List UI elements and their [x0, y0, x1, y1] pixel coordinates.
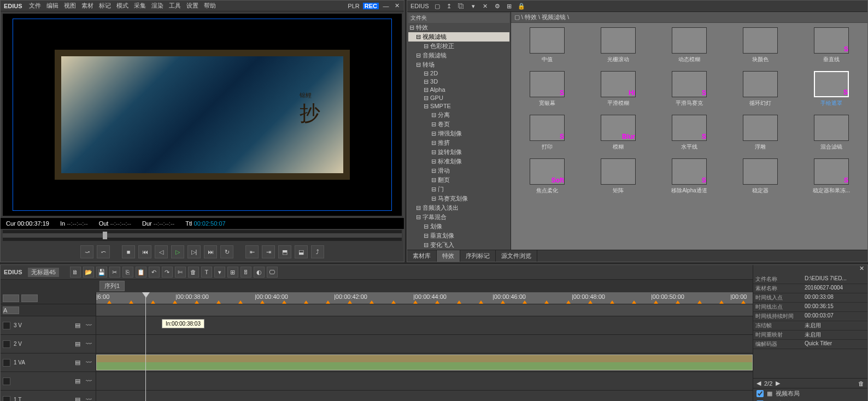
layout-button[interactable]: ⊞: [227, 267, 238, 278]
loop-button[interactable]: ↻: [220, 245, 233, 258]
close-icon[interactable]: ✕: [393, 2, 401, 10]
track-wave-icon[interactable]: 〰: [86, 378, 93, 385]
monitor-button[interactable]: 🖵: [267, 267, 278, 278]
applied-effect-row[interactable]: ▦手绘遮罩: [753, 399, 867, 401]
tree-icon[interactable]: ⿻: [458, 2, 465, 10]
menu-item[interactable]: 采集: [134, 2, 146, 10]
effect-item[interactable]: 浮雕: [729, 115, 792, 151]
set-out-button[interactable]: ⤺: [97, 245, 110, 258]
a-mode-chip[interactable]: [21, 294, 38, 302]
tree-node[interactable]: ⊟ 分离: [408, 110, 509, 120]
effect-item[interactable]: 光栅滚动: [587, 27, 650, 63]
track-lock-icon[interactable]: ▤: [75, 396, 83, 402]
effect-item[interactable]: S手绘遮罩: [800, 71, 863, 107]
sequence-tab[interactable]: 序列1: [99, 281, 125, 291]
tree-node[interactable]: ⊟ 转场: [408, 60, 509, 69]
color-button[interactable]: ◐: [254, 267, 265, 278]
track-header[interactable]: 1 VA▤〰: [1, 353, 96, 372]
new-button[interactable]: 🗎: [70, 267, 81, 278]
tree-node[interactable]: ⊟ 滑动: [408, 166, 509, 175]
menu-item[interactable]: 渲染: [151, 2, 163, 10]
title-button[interactable]: T: [201, 267, 212, 278]
effects-tab[interactable]: 序列标记: [460, 250, 496, 262]
track-lock-icon[interactable]: ▤: [75, 322, 83, 329]
track-header[interactable]: 3 V▤〰: [1, 316, 96, 335]
preview-area[interactable]: 锦鲤 抄: [3, 14, 402, 216]
track-lock-icon[interactable]: ▤: [75, 378, 83, 385]
play-button[interactable]: ▷: [171, 245, 184, 258]
tree-node[interactable]: ⊟ 音频淡入淡出: [408, 203, 509, 213]
track-wave-icon[interactable]: 〰: [86, 396, 93, 402]
paste-button[interactable]: 📋: [136, 267, 146, 278]
undo-button[interactable]: ↶: [149, 267, 160, 278]
settings-icon[interactable]: ⚙: [494, 2, 501, 10]
tree-node[interactable]: ⊟ 色彩校正: [408, 42, 509, 51]
track-wave-icon[interactable]: 〰: [86, 340, 93, 348]
tree-node[interactable]: ⊟ 3D: [408, 78, 509, 86]
effect-item[interactable]: 动态模糊: [658, 27, 721, 63]
next-frame-button[interactable]: ▷|: [187, 245, 201, 258]
effects-tab[interactable]: 特效: [437, 250, 460, 262]
effects-tree[interactable]: 文件夹 ⊟ 特效⊟ 视频滤镜⊟ 色彩校正⊟ 音频滤镜⊟ 转场⊟ 2D⊟ 3D⊟ …: [407, 12, 511, 250]
open-button[interactable]: 📂: [83, 267, 94, 278]
track-header[interactable]: 2 V▤〰: [1, 335, 96, 353]
tree-node[interactable]: ⊟ 垂直划像: [408, 231, 509, 240]
overwrite-button[interactable]: ⬓: [295, 245, 308, 258]
arrow-icon[interactable]: ▾: [470, 2, 477, 10]
tree-node[interactable]: ⊟ 2D: [408, 69, 509, 78]
view-icon[interactable]: ⊞: [506, 2, 513, 10]
tree-node[interactable]: ⊟ 特效: [408, 23, 509, 32]
menu-item[interactable]: 视图: [64, 2, 76, 10]
menu-item[interactable]: 素材: [81, 2, 93, 10]
track-lock-icon[interactable]: ▤: [75, 359, 83, 367]
effect-item[interactable]: 中值: [515, 27, 579, 63]
mixer-button[interactable]: 🎚: [241, 267, 251, 278]
effect-item[interactable]: Blur模糊: [587, 115, 650, 151]
effect-item[interactable]: S打印: [515, 115, 579, 151]
up-icon[interactable]: ↥: [445, 2, 453, 10]
timeline-ruler-sub[interactable]: [96, 304, 753, 316]
marker-button[interactable]: ▾: [214, 267, 225, 278]
v-mode-chip[interactable]: [3, 294, 19, 302]
tree-node[interactable]: ⊟ SMPTE: [408, 102, 509, 110]
redo-button[interactable]: ↷: [162, 267, 173, 278]
track-toggle[interactable]: [3, 322, 10, 329]
a-toggle-chip[interactable]: A: [3, 306, 19, 314]
effect-item[interactable]: 稳定器: [729, 158, 792, 194]
applied-effect-row[interactable]: ▦视频布局: [753, 388, 867, 399]
effect-item[interactable]: S稳定器和果冻...: [800, 158, 863, 194]
timeline-clip[interactable]: [96, 355, 753, 370]
tree-node[interactable]: ⊟ 旋转划像: [408, 148, 509, 157]
effect-checkbox[interactable]: [756, 390, 764, 397]
effect-item[interactable]: Hi平滑模糊: [587, 71, 650, 107]
pager-next-button[interactable]: ▶: [776, 380, 780, 387]
tree-node[interactable]: ⊟ 推挤: [408, 138, 509, 148]
effect-item[interactable]: Soft焦点柔化: [515, 158, 579, 194]
tree-node[interactable]: ⊟ 增强划像: [408, 129, 509, 138]
effects-tab[interactable]: 素材库: [407, 250, 437, 262]
delete-icon[interactable]: ✕: [482, 2, 489, 10]
track-header[interactable]: ▤〰: [1, 372, 96, 391]
tree-node[interactable]: ⊟ 门: [408, 185, 509, 194]
effects-tab[interactable]: 源文件浏览: [496, 250, 537, 262]
scrub-handle[interactable]: [103, 232, 107, 239]
menu-item[interactable]: 帮助: [204, 2, 216, 10]
tree-node[interactable]: ⊟ Alpha: [408, 86, 509, 94]
effect-item[interactable]: 矩阵: [587, 158, 650, 194]
timeline-tracks[interactable]: |6:00|00:00:38:00|00:00:40:00|00:00:42:0…: [96, 292, 753, 401]
effect-item[interactable]: S垂直线: [800, 27, 863, 63]
mark-out-button[interactable]: ⇥: [262, 245, 275, 258]
trash-icon[interactable]: 🗑: [858, 380, 864, 387]
tree-node[interactable]: ⊟ 变化飞入: [408, 240, 509, 250]
track-toggle[interactable]: [3, 378, 10, 385]
razor-button[interactable]: ✄: [175, 267, 186, 278]
delete-clip-button[interactable]: 🗑: [188, 267, 199, 278]
track-lane[interactable]: [96, 353, 753, 372]
stop-button[interactable]: ■: [122, 245, 135, 258]
track-lane[interactable]: [96, 372, 753, 391]
menu-item[interactable]: 模式: [116, 2, 128, 10]
track-wave-icon[interactable]: 〰: [86, 322, 93, 329]
playhead[interactable]: [145, 292, 146, 401]
tree-node[interactable]: ⊟ 标准划像: [408, 157, 509, 166]
menu-item[interactable]: 文件: [29, 2, 41, 10]
